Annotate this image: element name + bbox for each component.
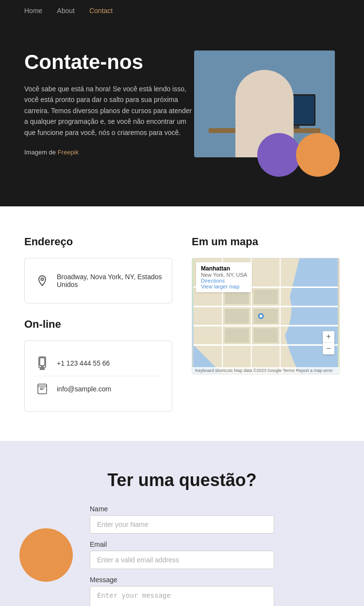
map-zoom-out[interactable]: −: [323, 343, 334, 354]
phone-text: +1 123 444 55 66: [57, 359, 110, 367]
phone-row: +1 123 444 55 66: [34, 351, 162, 376]
map-location-sub: New York, NY, USA: [201, 272, 247, 278]
hero-text-block: Contate-nos Você sabe que está na hora! …: [24, 50, 194, 168]
svg-marker-7: [256, 101, 259, 116]
email-text: info@sample.com: [57, 385, 111, 393]
email-row: info@sample.com: [34, 376, 162, 402]
map-zoom-in[interactable]: +: [323, 331, 334, 343]
online-box: +1 123 444 55 66 info@sample.com: [24, 340, 172, 412]
contact-form: Name Email Message I accept the TERMOS D…: [90, 505, 274, 606]
phone-icon: [34, 355, 50, 371]
hero-section: Contate-nos Você sabe que está na hora! …: [0, 21, 364, 206]
address-text: Broadway, Nova York, NY, Estados Unidos: [57, 273, 162, 288]
svg-point-5: [247, 79, 268, 100]
map-block: Em um mapa: [192, 236, 340, 412]
hero-deco-orange: [296, 133, 340, 177]
map-zoom-controls: + −: [323, 331, 334, 354]
map-container[interactable]: Manhattan New York, NY, USA Directions V…: [192, 258, 340, 374]
svg-rect-1: [209, 128, 320, 133]
address-title: Endereço: [24, 236, 172, 248]
message-group: Message: [90, 576, 274, 606]
svg-rect-9: [235, 118, 258, 145]
svg-rect-4: [289, 126, 299, 129]
name-label: Name: [90, 505, 274, 513]
name-group: Name: [90, 505, 274, 534]
svg-point-10: [247, 74, 268, 86]
hero-body: Você sabe que está na hora! Se você está…: [24, 84, 194, 138]
svg-point-36: [260, 315, 263, 318]
svg-rect-8: [240, 113, 255, 134]
message-label: Message: [90, 576, 274, 584]
map-image: Manhattan New York, NY, USA Directions V…: [192, 258, 339, 374]
question-section: Ter uma questão? Name Email Message I ac…: [0, 441, 364, 606]
location-icon: [34, 273, 50, 288]
address-block: Endereço Broadway, Nova York, NY, Estado…: [24, 236, 172, 412]
hero-deco-purple: [257, 133, 301, 177]
contact-info-section: Endereço Broadway, Nova York, NY, Estado…: [0, 206, 364, 441]
svg-rect-17: [38, 384, 47, 394]
nav-home[interactable]: Home: [24, 7, 42, 15]
map-larger-link[interactable]: View larger map: [201, 284, 247, 289]
svg-rect-30: [254, 289, 278, 304]
map-location-name: Manhattan: [201, 265, 247, 272]
message-input[interactable]: [90, 586, 274, 606]
freepik-link[interactable]: Freepik: [58, 149, 79, 156]
svg-rect-32: [254, 309, 278, 323]
hero-image: [194, 50, 340, 167]
svg-rect-31: [225, 309, 249, 323]
map-info-overlay: Manhattan New York, NY, USA Directions V…: [196, 262, 252, 292]
svg-rect-33: [225, 328, 249, 343]
svg-rect-3: [273, 96, 314, 124]
svg-rect-6: [245, 100, 269, 134]
hero-title: Contate-nos: [24, 50, 194, 74]
name-input[interactable]: [90, 515, 274, 534]
hero-credit: Imagem de Freepik: [24, 148, 194, 158]
address-row: Broadway, Nova York, NY, Estados Unidos: [34, 268, 162, 293]
svg-rect-34: [254, 328, 278, 343]
map-footer: Keyboard shortcuts Map data ©2023 Google…: [192, 367, 339, 374]
map-title: Em um mapa: [192, 236, 340, 248]
nav-about[interactable]: About: [57, 7, 75, 15]
map-directions-link[interactable]: Directions: [201, 278, 247, 284]
question-title: Ter uma questão?: [24, 470, 340, 490]
deco-orange: [19, 528, 73, 582]
email-input[interactable]: [90, 551, 274, 569]
navigation: Home About Contact: [0, 0, 364, 21]
email-icon: [34, 381, 50, 397]
svg-point-11: [41, 278, 44, 280]
online-title: On-line: [24, 318, 172, 331]
svg-rect-13: [40, 358, 45, 366]
address-box: Broadway, Nova York, NY, Estados Unidos: [24, 258, 172, 303]
nav-contact[interactable]: Contact: [89, 7, 113, 15]
email-label: Email: [90, 540, 274, 548]
email-group: Email: [90, 540, 274, 569]
